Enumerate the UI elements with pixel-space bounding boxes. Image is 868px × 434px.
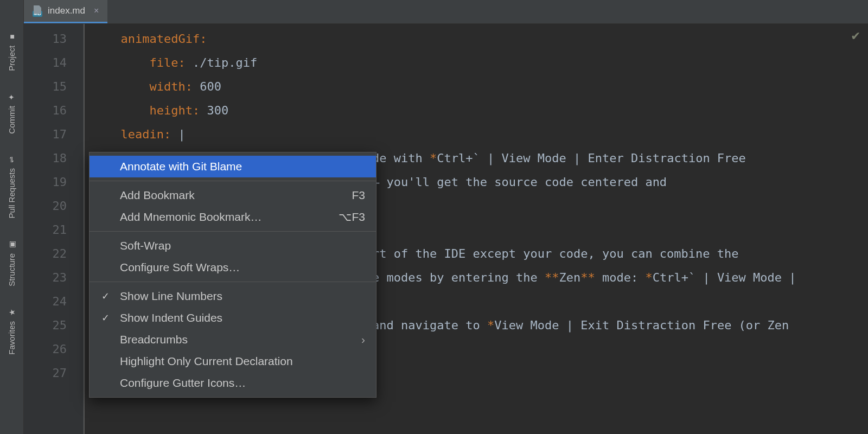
menu-item[interactable]: Add BookmarkF3 [90, 184, 376, 206]
toolstrip-label: Commit [7, 106, 16, 134]
tool-strip: Project ■ Commit ✦ Pull Requests ⇌ Struc… [0, 0, 24, 434]
line-number[interactable]: 24 [24, 290, 83, 314]
toolstrip-project[interactable]: Project ■ [7, 33, 16, 71]
menu-item[interactable]: Configure Gutter Icons… [90, 372, 376, 394]
code-line[interactable]: leadin: | [106, 123, 868, 146]
folder-icon: ■ [8, 35, 16, 39]
menu-item-label: Configure Soft Wraps… [120, 261, 240, 274]
editor-tab-row: MD index.md × [24, 0, 868, 24]
toolstrip-favorites[interactable]: Favorites ★ [7, 308, 16, 355]
line-number[interactable]: 18 [24, 146, 83, 170]
menu-item[interactable]: Soft-Wrap [90, 235, 376, 257]
menu-item-label: Annotate with Git Blame [120, 160, 242, 173]
line-number[interactable]: 19 [24, 170, 83, 194]
tab-filename: index.md [48, 5, 85, 16]
menu-separator [90, 231, 376, 232]
toolstrip-pull-requests[interactable]: Pull Requests ⇌ [7, 155, 16, 219]
menu-item[interactable]: Breadcrumbs› [90, 329, 376, 350]
line-number[interactable]: 25 [24, 314, 83, 337]
pull-request-icon: ⇌ [8, 156, 16, 163]
markdown-file-icon: MD [33, 5, 42, 17]
line-number[interactable]: 15 [24, 75, 83, 99]
line-number[interactable]: 21 [24, 218, 83, 242]
chevron-right-icon: › [361, 333, 365, 346]
editor-tab-active[interactable]: MD index.md × [24, 0, 107, 23]
menu-item[interactable]: Annotate with Git Blame [90, 156, 376, 177]
menu-item-label: Configure Gutter Icons… [120, 376, 246, 390]
menu-item-label: Add Mnemonic Bookmark… [120, 210, 261, 224]
code-line[interactable]: width: 600 [106, 75, 868, 99]
menu-separator [90, 282, 376, 282]
structure-icon: ▣ [8, 241, 16, 248]
line-number[interactable]: 14 [24, 51, 83, 75]
star-icon: ★ [8, 309, 16, 316]
check-icon: ✓ [101, 290, 110, 302]
main-area: MD index.md × 13141516171819202122232425… [24, 0, 868, 434]
code-line[interactable]: animatedGif: [106, 27, 868, 51]
line-number[interactable]: 27 [24, 361, 83, 385]
code-line[interactable]: height: 300 [106, 99, 868, 123]
toolstrip-label: Pull Requests [7, 168, 16, 219]
menu-shortcut: ⌥F3 [339, 210, 365, 224]
menu-item[interactable]: Add Mnemonic Bookmark…⌥F3 [90, 206, 376, 228]
menu-item-label: Highlight Only Current Declaration [120, 355, 293, 368]
menu-separator [90, 181, 376, 181]
toolstrip-label: Favorites [7, 321, 16, 355]
line-number[interactable]: 20 [24, 194, 83, 218]
line-number-gutter[interactable]: 131415161718192021222324252627 [24, 24, 84, 434]
code-line[interactable]: file: ./tip.gif [106, 51, 868, 75]
toolstrip-structure[interactable]: Structure ▣ [7, 240, 16, 286]
inspection-ok-icon[interactable]: ✔ [851, 29, 860, 43]
menu-item-label: Show Line Numbers [120, 290, 222, 303]
check-icon: ✓ [101, 312, 110, 324]
toolstrip-label: Structure [7, 253, 16, 286]
line-number[interactable]: 22 [24, 242, 83, 266]
toolstrip-commit[interactable]: Commit ✦ [7, 93, 16, 134]
line-number[interactable]: 13 [24, 27, 83, 51]
menu-item-label: Show Indent Guides [120, 311, 222, 324]
toolstrip-label: Project [7, 46, 16, 71]
menu-item-label: Add Bookmark [120, 189, 195, 202]
line-number[interactable]: 17 [24, 123, 83, 146]
menu-shortcut: F3 [352, 189, 365, 202]
gutter-context-menu: Annotate with Git BlameAdd BookmarkF3Add… [89, 152, 376, 398]
commit-icon: ✦ [8, 94, 16, 100]
menu-item[interactable]: ✓Show Indent Guides [90, 307, 376, 329]
menu-item[interactable]: Configure Soft Wraps… [90, 257, 376, 278]
menu-item-label: Soft-Wrap [120, 239, 171, 252]
line-number[interactable]: 26 [24, 337, 83, 361]
close-icon[interactable]: × [94, 6, 99, 16]
menu-item[interactable]: Highlight Only Current Declaration [90, 350, 376, 372]
menu-item[interactable]: ✓Show Line Numbers [90, 285, 376, 307]
line-number[interactable]: 23 [24, 266, 83, 290]
line-number[interactable]: 16 [24, 99, 83, 123]
menu-item-label: Breadcrumbs [120, 333, 188, 346]
